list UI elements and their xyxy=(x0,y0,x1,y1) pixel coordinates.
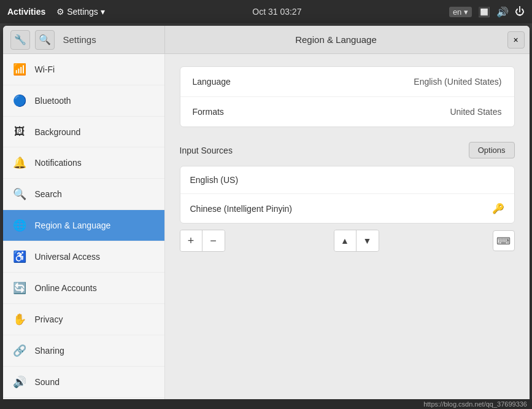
window-title: Region & Language xyxy=(165,34,507,45)
region-icon: 🌐 xyxy=(13,219,26,232)
input-source-chinese[interactable]: Chinese (Intelligent Pinyin) 🔑 xyxy=(180,194,514,223)
input-source-name-english: English (US) xyxy=(190,175,239,185)
key-icon: 🔑 xyxy=(492,203,504,214)
settings-menu-button[interactable]: ⚙ Settings ▾ xyxy=(56,7,105,17)
header-left: 🔧 🔍 Settings xyxy=(3,26,165,53)
formats-label: Formats xyxy=(193,107,224,117)
search-icon: 🔍 xyxy=(39,34,51,45)
sharing-icon: 🔗 xyxy=(13,344,26,357)
privacy-icon: ✋ xyxy=(13,313,26,326)
url-text: https://blog.csdn.net/qq_37699336 xyxy=(423,400,527,408)
input-source-english[interactable]: English (US) xyxy=(180,166,514,194)
add-remove-group: + − xyxy=(180,230,225,252)
move-up-button[interactable]: ▲ xyxy=(334,230,357,251)
header-settings-label: Settings xyxy=(63,34,96,45)
sidebar-item-notifications[interactable]: 🔔 Notifications xyxy=(3,147,164,179)
sidebar-item-privacy[interactable]: ✋ Privacy xyxy=(3,304,164,335)
settings-window: 🔧 🔍 Settings Region & Language × 📶 Wi-Fi… xyxy=(3,26,530,405)
language-formats-card: Language English (United States) Formats… xyxy=(180,66,515,127)
input-source-name-chinese: Chinese (Intelligent Pinyin) xyxy=(190,204,293,214)
search-button[interactable]: 🔍 xyxy=(35,30,55,50)
remove-input-source-button[interactable]: − xyxy=(202,230,225,251)
universal-icon: ♿ xyxy=(13,250,26,263)
language-label: Language xyxy=(193,77,231,87)
sidebar-item-sharing[interactable]: 🔗 Sharing xyxy=(3,335,164,367)
gear-icon: ⚙ xyxy=(56,7,64,17)
formats-value: United States xyxy=(450,107,501,117)
options-button[interactable]: Options xyxy=(469,142,515,158)
formats-row[interactable]: Formats United States xyxy=(180,97,514,127)
wifi-icon: 📶 xyxy=(13,63,26,76)
sidebar-label-region: Region & Language xyxy=(35,220,111,230)
sidebar: 📶 Wi-Fi 🔵 Bluetooth 🖼 Background 🔔 Notif… xyxy=(3,54,165,405)
move-up-down-group: ▲ ▼ xyxy=(334,230,379,252)
wrench-icon: 🔧 xyxy=(14,34,26,45)
search-sidebar-icon: 🔍 xyxy=(13,187,26,201)
main-panel: Language English (United States) Formats… xyxy=(165,54,530,405)
sidebar-label-online: Online Accounts xyxy=(35,283,97,293)
sidebar-item-wifi[interactable]: 📶 Wi-Fi xyxy=(3,54,164,85)
power-icon[interactable]: ⏻ xyxy=(515,6,525,17)
volume-icon[interactable]: 🔊 xyxy=(496,6,509,18)
input-sources-header: Input Sources Options xyxy=(180,142,515,158)
keyboard-icon: ⌨ xyxy=(496,235,511,247)
online-icon: 🔄 xyxy=(13,281,26,295)
language-selector[interactable]: en ▾ xyxy=(449,7,472,17)
language-row[interactable]: Language English (United States) xyxy=(180,67,514,97)
sidebar-label-sound: Sound xyxy=(35,377,60,387)
activities-button[interactable]: Activities xyxy=(7,7,45,17)
topbar-datetime: Oct 31 03:27 xyxy=(252,7,301,17)
notifications-icon: 🔔 xyxy=(13,156,26,169)
sidebar-label-sharing: Sharing xyxy=(35,346,64,356)
sidebar-item-bluetooth[interactable]: 🔵 Bluetooth xyxy=(3,85,164,117)
sidebar-label-background: Background xyxy=(35,127,81,137)
background-icon: 🖼 xyxy=(13,125,26,138)
topbar-left: Activities ⚙ Settings ▾ xyxy=(7,7,105,17)
input-sources-list: English (US) Chinese (Intelligent Pinyin… xyxy=(180,166,515,224)
sidebar-label-search: Search xyxy=(35,189,62,199)
bluetooth-icon: 🔵 xyxy=(13,94,26,107)
input-sources-toolbar: + − ▲ ▼ ⌨ xyxy=(180,230,515,252)
status-bar: https://blog.csdn.net/qq_37699336 xyxy=(0,399,532,409)
network-icon[interactable]: 🔲 xyxy=(478,6,490,18)
add-input-source-button[interactable]: + xyxy=(180,230,202,251)
input-sources-title: Input Sources xyxy=(180,146,233,155)
sidebar-item-online[interactable]: 🔄 Online Accounts xyxy=(3,273,164,304)
sidebar-item-universal[interactable]: ♿ Universal Access xyxy=(3,241,164,273)
sidebar-item-background[interactable]: 🖼 Background xyxy=(3,117,164,147)
sound-icon: 🔊 xyxy=(13,375,26,389)
language-value: English (United States) xyxy=(414,77,501,87)
sidebar-item-sound[interactable]: 🔊 Sound xyxy=(3,367,164,398)
move-down-button[interactable]: ▼ xyxy=(357,230,379,251)
close-button[interactable]: × xyxy=(507,31,525,49)
sidebar-label-notifications: Notifications xyxy=(35,158,82,168)
sidebar-label-bluetooth: Bluetooth xyxy=(35,96,71,106)
keyboard-layout-button[interactable]: ⌨ xyxy=(493,230,515,251)
settings-icon-button[interactable]: 🔧 xyxy=(10,30,30,50)
sidebar-label-privacy: Privacy xyxy=(35,314,63,324)
sidebar-label-universal: Universal Access xyxy=(35,252,101,262)
sidebar-label-wifi: Wi-Fi xyxy=(35,64,55,74)
window-header: 🔧 🔍 Settings Region & Language × xyxy=(3,26,530,54)
topbar: Activities ⚙ Settings ▾ Oct 31 03:27 en … xyxy=(0,0,532,23)
topbar-right: en ▾ 🔲 🔊 ⏻ xyxy=(449,6,525,18)
sidebar-item-region[interactable]: 🌐 Region & Language xyxy=(3,210,164,241)
sidebar-item-search[interactable]: 🔍 Search xyxy=(3,179,164,210)
window-content: 📶 Wi-Fi 🔵 Bluetooth 🖼 Background 🔔 Notif… xyxy=(3,54,530,405)
